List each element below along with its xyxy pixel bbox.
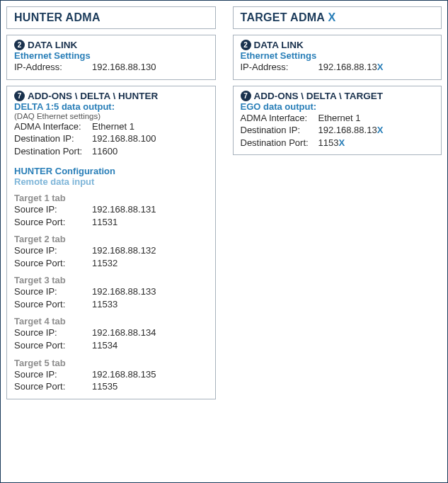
hunter-remote-sub: Remote data input [14,176,208,187]
hunter-column: HUNTER ADMA 2 DATA LINK Ethernet Setting… [6,6,216,399]
target-src-ip-row: Source IP:192.168.88.131 [14,203,208,216]
target-dip-value: 192.168.88.13X [318,124,384,137]
target-title-x: X [328,11,335,23]
hunter-iface-value: Ethernet 1 [92,120,134,133]
target-tab-label: Target 5 tab [14,358,208,368]
target-datalink-heading: DATA LINK [254,40,304,50]
hunter-addons-heading: ADD-ONS \ DELTA \ HUNTER [28,91,158,101]
hunter-dport-row: Destination Port: 11600 [14,145,208,158]
src-port-label: Source Port: [14,298,92,311]
hunter-config-heading: HUNTER Configuration [14,166,208,176]
target-column: TARGET ADMA X 2 DATA LINK Ethernet Setti… [233,6,442,155]
target-dip-x: X [377,125,384,135]
hunter-dport-label: Destination Port: [14,145,92,158]
target-src-port-row: Source Port:11532 [14,257,208,270]
target-ethernet-sub: Ethernet Settings [241,50,435,61]
target-title: TARGET ADMA X [241,11,435,24]
target-addons-heading: ADD-ONS \ DELTA \ TARGET [254,91,384,101]
src-ip-label: Source IP: [14,203,92,216]
hunter-ip-label: IP-Address: [14,61,92,74]
hunter-datalink-card: 2 DATA LINK Ethernet Settings IP-Address… [6,35,216,80]
src-ip-label: Source IP: [14,285,92,298]
target-iface-value: Ethernet 1 [318,112,361,125]
target-dip-prefix: 192.168.88.13 [318,125,377,135]
badge-2-icon: 2 [241,40,251,50]
src-ip-value: 192.168.88.134 [92,326,156,339]
target-ip-row: IP-Address: 192.168.88.13X [241,61,435,74]
hunter-addons-head: 7 ADD-ONS \ DELTA \ HUNTER [14,91,208,101]
badge-7-icon: 7 [241,91,251,101]
src-port-value: 11535 [92,380,117,393]
hunter-dip-value: 192.168.88.100 [92,132,156,145]
target-ip-value: 192.168.88.13X [318,61,384,74]
hunter-daq-note: (DAQ Ethernet settings) [14,112,208,120]
hunter-ip-value: 192.168.88.130 [92,61,156,74]
badge-2-icon: 2 [14,40,25,50]
src-ip-label: Source IP: [14,368,92,381]
src-ip-label: Source IP: [14,244,92,257]
hunter-addons-card: 7 ADD-ONS \ DELTA \ HUNTER DELTA 1:5 dat… [6,86,216,399]
hunter-iface-label: ADMA Interface: [14,120,92,133]
target-tab-label: Target 2 tab [14,234,208,244]
src-port-value: 11533 [92,298,117,311]
src-ip-value: 192.168.88.131 [92,203,156,216]
target-ip-prefix: 192.168.88.13 [318,62,377,72]
target-dip-row: Destination IP: 192.168.88.13X [241,124,435,137]
src-port-value: 11534 [92,339,117,352]
hunter-target-block: Target 2 tabSource IP:192.168.88.132Sour… [14,234,208,269]
src-port-label: Source Port: [14,339,92,352]
target-dport-label: Destination Port: [241,137,318,149]
target-iface-row: ADMA Interface: Ethernet 1 [241,112,435,125]
target-dip-label: Destination IP: [241,124,318,137]
target-src-port-row: Source Port:11533 [14,298,208,311]
hunter-ip-row: IP-Address: 192.168.88.130 [14,61,208,74]
src-ip-value: 192.168.88.133 [92,285,156,298]
hunter-datalink-heading: DATA LINK [28,40,77,50]
src-port-label: Source Port: [14,216,92,229]
src-ip-label: Source IP: [14,326,92,339]
hunter-title: HUNTER ADMA [14,11,208,24]
src-port-label: Source Port: [14,380,92,393]
target-src-ip-row: Source IP:192.168.88.134 [14,326,208,339]
target-src-ip-row: Source IP:192.168.88.132 [14,244,208,257]
target-src-ip-row: Source IP:192.168.88.133 [14,285,208,298]
hunter-dport-value: 11600 [92,145,117,158]
target-iface-label: ADMA Interface: [241,112,318,125]
hunter-iface-row: ADMA Interface: Ethernet 1 [14,120,208,133]
target-src-port-row: Source Port:11531 [14,216,208,229]
hunter-dip-row: Destination IP: 192.168.88.100 [14,132,208,145]
target-dport-value: 1153X [318,137,345,149]
hunter-target-block: Target 4 tabSource IP:192.168.88.134Sour… [14,316,208,351]
hunter-target-block: Target 3 tabSource IP:192.168.88.133Sour… [14,275,208,310]
target-dport-prefix: 1153 [318,137,339,148]
target-ip-label: IP-Address: [241,61,318,74]
target-datalink-card: 2 DATA LINK Ethernet Settings IP-Address… [233,35,442,80]
target-dport-x: X [338,137,345,148]
hunter-delta-sub: DELTA 1:5 data output: [14,101,208,112]
target-datalink-head: 2 DATA LINK [241,40,435,50]
target-title-card: TARGET ADMA X [233,6,442,29]
src-port-value: 11531 [92,216,117,229]
target-dport-row: Destination Port: 1153X [241,137,435,149]
target-src-port-row: Source Port:11534 [14,339,208,352]
src-port-value: 11532 [92,257,117,270]
target-title-prefix: TARGET ADMA [241,11,328,23]
target-src-ip-row: Source IP:192.168.88.135 [14,368,208,381]
hunter-title-card: HUNTER ADMA [6,6,216,29]
src-port-label: Source Port: [14,257,92,270]
src-ip-value: 192.168.88.135 [92,368,156,381]
target-addons-card: 7 ADD-ONS \ DELTA \ TARGET EGO data outp… [233,86,442,156]
target-ego-sub: EGO data output: [241,101,435,112]
target-addons-head: 7 ADD-ONS \ DELTA \ TARGET [241,91,435,101]
hunter-target-block: Target 5 tabSource IP:192.168.88.135Sour… [14,358,208,393]
target-tab-label: Target 4 tab [14,316,208,326]
badge-7-icon: 7 [14,91,25,101]
src-ip-value: 192.168.88.132 [92,244,156,257]
hunter-target-block: Target 1 tabSource IP:192.168.88.131Sour… [14,193,208,228]
page: HUNTER ADMA 2 DATA LINK Ethernet Setting… [0,0,448,483]
target-src-port-row: Source Port:11535 [14,380,208,393]
hunter-datalink-head: 2 DATA LINK [14,40,208,50]
hunter-targets-list: Target 1 tabSource IP:192.168.88.131Sour… [14,193,208,392]
target-tab-label: Target 3 tab [14,275,208,285]
target-ip-x: X [377,62,384,72]
